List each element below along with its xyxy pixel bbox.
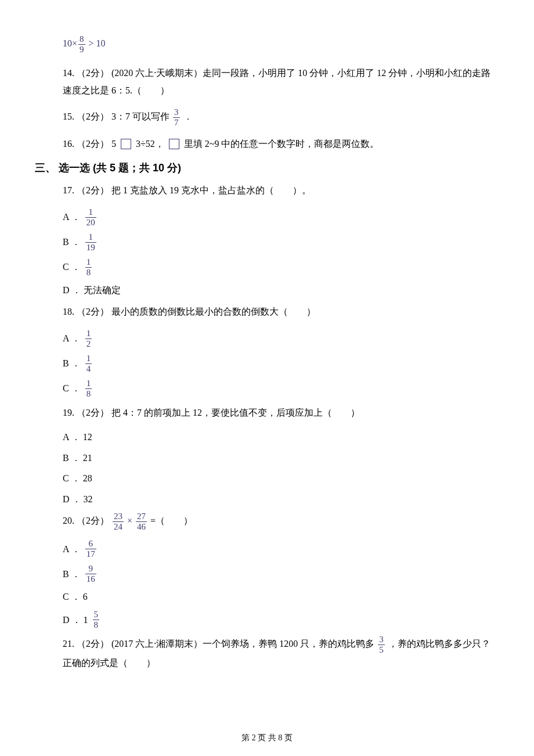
q15-frac: 37: [173, 108, 180, 127]
q16-prefix: 16. （2分） 5: [63, 139, 118, 149]
option-label: C ．: [63, 381, 81, 396]
question-20-stem: 20. （2分） 2324 × 2746 =（ ）: [35, 512, 499, 531]
page-footer: 第 2 页 共 8 页: [0, 733, 534, 743]
option-label: D ． 1: [63, 613, 88, 628]
q17-c-frac: 18: [85, 258, 92, 277]
question-14: 14. （2分） (2020 六上·天峨期末）走同一段路，小明用了 10 分钟，…: [35, 64, 499, 100]
q17-option-a: A ． 120: [35, 208, 499, 227]
option-label: D ． 无法确定: [63, 283, 121, 298]
q15-suffix: ．: [183, 111, 193, 121]
q20-f2: 2746: [136, 512, 147, 531]
q19-option-b: B ． 21: [35, 451, 499, 466]
lhs-mult: 10: [63, 38, 72, 48]
question-15: 15. （2分） 3：7 可以写作 37 ．: [35, 108, 499, 127]
q19-option-a: A ． 12: [35, 430, 499, 445]
q20-option-a: A ． 617: [35, 539, 499, 559]
question-21: 21. （2分） (2017 六上·湘潭期末）一个饲养场，养鸭 1200 只，养…: [35, 635, 499, 672]
q19-option-d: D ． 32: [35, 492, 499, 507]
q18-option-c: C ． 18: [35, 379, 499, 398]
q17-option-c: C ． 18: [35, 258, 499, 277]
q16-suffix: 里填 2~9 中的任意一个数字时，商都是两位数。: [184, 139, 380, 149]
blank-box-icon: [169, 139, 179, 149]
section-3-heading: 三、 选一选 (共 5 题；共 10 分): [35, 161, 499, 175]
option-label: C ．: [63, 260, 81, 275]
q21-frac: 35: [378, 635, 385, 654]
option-label: A ． 12: [63, 430, 92, 445]
question-17-stem: 17. （2分） 把 1 克盐放入 19 克水中，盐占盐水的（ ）。: [35, 182, 499, 199]
question-16: 16. （2分） 5 3÷52， 里填 2~9 中的任意一个数字时，商都是两位数…: [35, 135, 499, 153]
times-sign: ×: [127, 516, 132, 525]
lhs-frac: 89: [78, 35, 85, 54]
q18-c-frac: 18: [85, 379, 92, 398]
option-label: A ．: [63, 331, 81, 346]
q20-d-frac: 58: [93, 610, 100, 629]
question-18-stem: 18. （2分） 最小的质数的倒数比最小的合数的倒数大（ ）: [35, 303, 499, 321]
q18-a-frac: 12: [85, 329, 92, 348]
q20-eq: =（ ）: [150, 516, 193, 525]
q17-b-frac: 119: [85, 233, 96, 252]
q20-option-d: D ． 1 58: [35, 610, 499, 629]
option-label: B ． 21: [63, 451, 92, 466]
q20-option-b: B ． 916: [35, 564, 499, 584]
q18-option-a: A ． 12: [35, 329, 499, 348]
q16-mid1: 3÷52，: [136, 139, 167, 149]
option-label: B ．: [63, 356, 81, 371]
q18-b-frac: 14: [85, 354, 92, 373]
q21-prefix: 21. （2分） (2017 六上·湘潭期末）一个饲养场，养鸭 1200 只，养…: [63, 639, 377, 649]
q20-option-c: C ． 6: [35, 589, 499, 604]
q20-a-frac: 617: [85, 539, 96, 559]
option-label: D ． 32: [63, 492, 93, 507]
q17-option-d: D ． 无法确定: [35, 283, 499, 298]
q15-prefix: 15. （2分） 3：7 可以写作: [63, 111, 172, 121]
compare-sign: >: [89, 38, 94, 48]
option-label: B ．: [63, 235, 81, 250]
q17-a-frac: 120: [85, 208, 96, 227]
q20-b-frac: 916: [85, 564, 96, 584]
blank-box-icon: [121, 139, 131, 149]
question-19-stem: 19. （2分） 把 4：7 的前项加上 12，要使比值不变，后项应加上（ ）: [35, 404, 499, 422]
option-label: B ．: [63, 567, 81, 582]
option-label: C ． 6: [63, 589, 88, 604]
top-formula: 10×89 > 10: [35, 35, 499, 54]
q14-text: 14. （2分） (2020 六上·天峨期末）走同一段路，小明用了 10 分钟，…: [63, 68, 490, 95]
times-sign: ×: [72, 38, 77, 48]
q20-f1: 2324: [113, 512, 124, 531]
q20-prefix: 20. （2分）: [63, 516, 111, 525]
option-label: A ．: [63, 542, 81, 557]
q17-option-b: B ． 119: [35, 233, 499, 252]
option-label: C ． 28: [63, 471, 92, 486]
option-label: A ．: [63, 210, 81, 225]
q19-option-c: C ． 28: [35, 471, 499, 486]
q18-option-b: B ． 14: [35, 354, 499, 373]
rhs: 10: [96, 38, 106, 48]
